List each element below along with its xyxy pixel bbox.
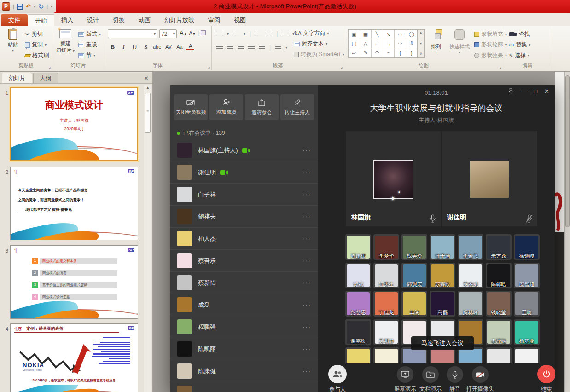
scroll-up-icon[interactable]: ▲: [144, 86, 151, 90]
increase-indent-icon[interactable]: [266, 31, 272, 36]
more-options-icon[interactable]: ···: [302, 213, 311, 220]
doc-share-button[interactable]: 文档演示: [419, 366, 442, 392]
ribbon-tab[interactable]: 设计: [80, 14, 106, 26]
ribbon-tab[interactable]: 审阅: [201, 14, 227, 26]
grid-participant-tile[interactable]: 钱美玲: [401, 234, 427, 260]
shape-icon[interactable]: ▱: [349, 48, 360, 57]
add-member-button[interactable]: 添加成员: [209, 94, 243, 120]
more-options-icon[interactable]: ···: [302, 368, 311, 375]
maximize-icon[interactable]: □: [534, 88, 537, 95]
powerpoint-icon[interactable]: P: [2, 2, 10, 11]
paste-button[interactable]: 粘贴 ▾: [1, 29, 25, 52]
shape-icon[interactable]: ¬: [383, 39, 394, 48]
grid-participant-tile[interactable]: 汪子涵: [430, 234, 455, 260]
ribbon-tab[interactable]: 切换: [106, 14, 132, 26]
reset-button[interactable]: 重设: [78, 41, 97, 49]
distribute-icon[interactable]: [259, 45, 265, 50]
thumbnails-scrollbar[interactable]: ▲: [144, 85, 151, 392]
grid-participant-tile[interactable]: 王璇: [514, 291, 540, 317]
align-left-icon[interactable]: [216, 45, 223, 50]
participant-row[interactable]: 陈康健 ···: [170, 360, 318, 382]
select-button[interactable]: ⇖选择▾: [509, 52, 529, 59]
font-name-combo[interactable]: ▾: [108, 29, 157, 38]
format-painter-button[interactable]: 格式刷: [25, 52, 49, 59]
close-icon[interactable]: ✕: [544, 88, 549, 95]
grid-participant-tile[interactable]: 谢嘉欢: [345, 319, 371, 345]
ribbon-tab[interactable]: 开始: [28, 14, 54, 26]
align-center-icon[interactable]: [227, 45, 233, 50]
invite-button[interactable]: 邀请参会: [245, 94, 279, 120]
participants-button[interactable]: 参与人: [328, 365, 347, 392]
shapes-gallery-scroll[interactable]: ▲▼⊽: [418, 29, 425, 58]
grow-font-icon[interactable]: A▲: [180, 29, 187, 36]
tab-slides-thumbnails[interactable]: 幻灯片: [2, 73, 32, 83]
undo-icon[interactable]: ↶: [26, 2, 31, 11]
more-options-icon[interactable]: ···: [302, 235, 311, 242]
shape-icon[interactable]: ▣: [349, 30, 360, 39]
slide-thumbnail-3[interactable]: ʻ| SP 1 商业模式的定义和本质 2 商业模式的演变 3 基于价值主张的商业…: [10, 245, 138, 319]
font-format-button[interactable]: B: [109, 43, 116, 51]
grid-participant-tile[interactable]: 钱晓莹: [486, 291, 512, 317]
font-format-button[interactable]: I: [120, 43, 128, 51]
more-options-icon[interactable]: ···: [302, 301, 311, 308]
grid-participant-tile[interactable]: 黄斌: [345, 263, 371, 288]
grid-participant-tile[interactable]: 吴明静: [373, 319, 399, 345]
grid-participant-tile[interactable]: 彭慧思: [345, 291, 371, 317]
numbering-icon[interactable]: [233, 31, 239, 36]
ribbon-tab[interactable]: 插入: [54, 14, 80, 26]
more-options-icon[interactable]: ···: [302, 147, 311, 154]
more-options-icon[interactable]: ···: [302, 257, 311, 264]
font-format-button[interactable]: S: [142, 43, 150, 51]
tab-file[interactable]: 文件: [1, 14, 28, 26]
shape-icon[interactable]: ▦: [360, 30, 371, 39]
decrease-indent-icon[interactable]: [255, 31, 262, 36]
clear-formatting-icon[interactable]: [201, 30, 206, 35]
grid-participant-tile[interactable]: 虞林峰: [458, 291, 483, 317]
align-right-icon[interactable]: [238, 45, 244, 50]
font-size-combo[interactable]: 72▾: [159, 29, 177, 38]
document-scrollbar-thumb[interactable]: [565, 75, 570, 227]
grid-participant-tile[interactable]: 郭观宏: [401, 263, 427, 288]
arrange-button[interactable]: 排列 ▾: [426, 29, 446, 54]
participant-row[interactable]: 谢佳明 ···: [170, 161, 318, 184]
shape-icon[interactable]: ╲: [372, 30, 383, 39]
open-camera-button[interactable]: 打开摄像头: [466, 366, 494, 392]
shape-fill-button[interactable]: 形状填充▾: [474, 30, 507, 38]
grid-participant-tile[interactable]: 朱方逸: [486, 234, 512, 260]
participant-row[interactable]: 白子祥 ···: [170, 184, 318, 206]
participant-row[interactable]: 蔡新怡 ···: [170, 272, 318, 294]
participant-row[interactable]: 蔡吾乐 ···: [170, 250, 318, 272]
justify-icon[interactable]: [248, 45, 255, 50]
grid-participant-tile[interactable]: 徐铫峻: [514, 234, 540, 260]
video-tile-guest[interactable]: 谢佳明: [442, 131, 537, 226]
grid-participant-tile[interactable]: 周建伟: [345, 234, 371, 260]
align-text-button[interactable]: 对齐文本▾: [294, 40, 327, 48]
scrollbar-thumb[interactable]: [145, 93, 151, 133]
bullets-icon[interactable]: [216, 31, 223, 36]
shape-icon[interactable]: △: [360, 39, 371, 48]
grid-participant-tile[interactable]: 应智超: [514, 263, 540, 288]
grid-participant-tile[interactable]: 杨基业: [514, 319, 540, 345]
more-options-icon[interactable]: ···: [302, 346, 311, 352]
participant-row[interactable]: 林国旗(主持人) ···: [170, 139, 318, 161]
ribbon-tab[interactable]: 幻灯片放映: [157, 14, 201, 26]
shrink-font-icon[interactable]: A▼: [189, 30, 196, 36]
find-button[interactable]: 查找: [509, 30, 530, 38]
grid-participant-tile[interactable]: 汪天生: [373, 263, 399, 288]
slide-thumbnail-1[interactable]: SP 商业模式设计 主讲人：林国旗 2020年4月: [10, 87, 138, 161]
font-format-button[interactable]: abe: [153, 44, 161, 50]
shape-icon[interactable]: ◠: [372, 48, 383, 57]
qat-customize-icon[interactable]: ▾: [51, 5, 52, 9]
shape-icon[interactable]: ↘: [383, 30, 394, 39]
participant-row[interactable]: 陈凯丽 ···: [170, 338, 318, 360]
shape-outline-button[interactable]: 形状轮廓▾: [474, 41, 507, 49]
ribbon-tab[interactable]: 动画: [132, 14, 157, 26]
new-slide-button[interactable]: 新建 幻灯片 ▾: [53, 29, 77, 54]
ribbon-tab[interactable]: 视图: [227, 14, 253, 26]
tab-outline[interactable]: 大纲: [33, 73, 58, 83]
grid-participant-tile[interactable]: 李泽融: [486, 319, 512, 345]
font-format-button[interactable]: AV: [164, 44, 172, 50]
shape-icon[interactable]: ✎: [360, 48, 371, 57]
font-format-button[interactable]: Aa: [175, 44, 183, 50]
grid-participant-tile[interactable]: 罗杰威: [458, 263, 483, 288]
